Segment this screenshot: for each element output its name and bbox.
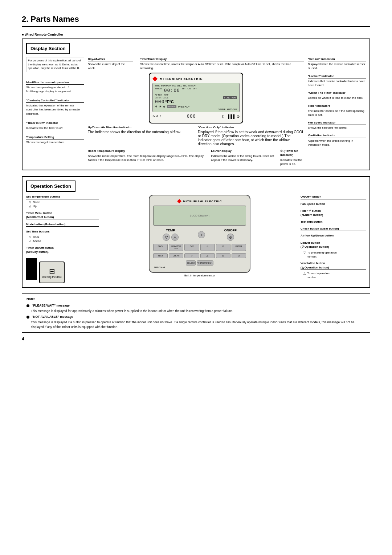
ann-updown-body: The indicator shows the direction of the… <box>88 130 194 134</box>
ann-fan-speed-btn: Fan Speed button <box>301 202 366 206</box>
timer-label: TIMER <box>155 88 162 93</box>
ctrl-btn-day[interactable]: DAY <box>184 244 199 251</box>
rc-left-segment-large: 000 <box>187 114 196 119</box>
rc-header: MITSUBISHI ELECTRIC <box>152 76 240 81</box>
ann-check-button: Check button (Clear button) <box>301 227 366 231</box>
function-btn[interactable]: FUNCTION <box>223 96 237 99</box>
weekly-label: WEEKLY <box>178 105 190 108</box>
sensor-label: Built-in temperature sensor <box>149 274 250 277</box>
annotation-locked: "Locked" indicator Indicates that remote… <box>308 74 366 88</box>
icon-circle: ⊙ <box>237 114 240 118</box>
ann-airflow-title: Airflow Up/Down button <box>301 234 366 238</box>
annotation-timer-off-body: Indicates that the timer is off. <box>26 126 84 130</box>
ann-mode-button: Mode button (Return button) <box>26 222 99 227</box>
day-time: TIME <box>155 85 160 87</box>
ctrl-temp-down[interactable]: ▽ <box>163 234 170 241</box>
rc-timer-row: TIMER 00:00 HR ON OFF <box>155 88 237 93</box>
ctrl-second-buttons: TEST CLEAR ▽ △ ⊞ ⊡ <box>153 253 246 258</box>
note-section: Note: "PLEASE WAIT" message This message… <box>22 293 370 332</box>
ann-fanspeed-title: Fan Speed indicator <box>308 121 366 125</box>
ctrl-btn-airflow-up[interactable]: △ <box>200 253 215 258</box>
day-sun: SUN <box>161 85 166 87</box>
ctrl-onoff-label: ON/OFF <box>224 228 237 232</box>
icon-bars: ▐▐▐ <box>227 114 234 118</box>
bullet-2 <box>26 316 29 319</box>
mode-icon-snowflake: ❄ <box>155 105 158 108</box>
rc-days-row: TIME SUN MON TUE WED THU FRI SAT <box>155 85 237 87</box>
mode-icon-sun: ☀ <box>159 105 162 108</box>
hr-label: HR <box>182 88 185 93</box>
display-center-diagram: Day-of-Week Shows the current day of the… <box>88 57 304 166</box>
ann-timermenu-title: Timer Menu button(Monitor/Set button) <box>26 211 99 219</box>
page-number: 4 <box>22 336 370 341</box>
ann-settime-title: Set Time buttons <box>26 230 99 234</box>
ctrl-btn-operation[interactable]: ▽OPERATION△ <box>197 260 213 266</box>
annotation-room-temp: Room Temperature display Shows the room … <box>88 149 207 166</box>
op-controller: MITSUBISHI ELECTRIC [ LCD Display ] TEMP… <box>149 195 250 273</box>
black-bar-decoration <box>26 258 37 280</box>
ann-onehour-title: "One Hour Only" indicator <box>198 126 304 129</box>
ann-settemp-title: Set Temperature buttons <box>26 195 99 199</box>
rc-main-display-row: ERROR CODE 000 °F°C FUNCTION <box>155 97 237 104</box>
ann-settemp-up: △ Up <box>26 204 99 208</box>
ctrl-btn-filter[interactable]: FILTER <box>232 244 246 251</box>
annotation-cc-title: "Centrally Controlled" indicator <box>26 98 84 103</box>
ann-timer-menu: Timer Menu button(Monitor/Set button) <box>26 211 99 219</box>
brand-label: MITSUBISHI ELECTRIC <box>160 77 203 81</box>
ctrl-btn-monitorset[interactable]: MONITORSET <box>169 244 183 251</box>
ctrl-btn-clear[interactable]: CLEAR <box>169 253 183 258</box>
display-right-annotations: "Sensor" indication Displayed when the r… <box>308 57 366 166</box>
note-2-body: This message is displayed if a button is… <box>26 320 366 329</box>
ann-settemp-down: ▽ Down <box>26 200 99 204</box>
ann-settime-ahead: △ Ahead <box>26 239 99 243</box>
ann-poweron-title: ⊙ (Power On indicator) <box>280 149 304 157</box>
annotation-td-title: Time/Timer Display <box>140 57 304 61</box>
controller-diagram-wrapper: MITSUBISHI ELECTRIC [ LCD Display ] TEMP… <box>149 195 250 283</box>
after-label: AFTER <box>155 94 162 96</box>
opening-door-area: ⊟ Opening the door. <box>26 258 99 283</box>
error-segment: 000 <box>155 99 164 104</box>
ann-settime-back: ▽ Back <box>26 235 99 239</box>
ann-onoff-title: ON/OFF button <box>301 195 366 199</box>
ctrl-btn-louver[interactable]: ⊞ <box>216 253 230 258</box>
ann-onoff-btn: ON/OFF button <box>301 195 366 199</box>
filter-btn: FILTER <box>167 105 176 108</box>
display-section-title: Display Section <box>26 43 70 54</box>
ctrl-temp-group: TEMP. ▽ △ <box>163 228 179 241</box>
annotation-ventilation: Ventilation indicator Appears when the u… <box>308 133 366 147</box>
svg-marker-0 <box>152 76 158 81</box>
op-left-annotations: Set Temperature buttons ▽ Down △ Up Time… <box>26 195 99 283</box>
day-fri: FRI <box>188 85 192 87</box>
ctrl-btn-test[interactable]: TEST <box>153 253 168 258</box>
ctrl-display-placeholder: [ LCD Display ] <box>190 214 209 217</box>
note-title: Note: <box>26 297 366 302</box>
ctrl-temp-up[interactable]: △ <box>171 234 179 241</box>
rc-after-row: AFTER OFF <box>155 94 237 96</box>
ctrl-bottom-row: ⊙CLOCK ▽OPERATION△ <box>153 260 246 266</box>
annotation-current-op-body: Shows the operating mode, etc. * Multila… <box>26 85 84 93</box>
ctrl-btn-airflow-down[interactable]: ▽ <box>184 253 199 258</box>
ctrl-btn-back[interactable]: BACK <box>153 244 168 251</box>
ctrl-onoff-btn[interactable]: ⊙ <box>227 234 234 241</box>
ann-mode-title: Mode button (Return button) <box>26 222 99 227</box>
annotation-cc-body: Indicates that operation of the remote c… <box>26 104 84 116</box>
ann-locked-body: Indicates that remote controller buttons… <box>308 79 366 87</box>
ann-cleanfilter-body: Comes on when it is time to clean the fi… <box>308 96 366 100</box>
annotation-centrally-controlled: "Centrally Controlled" indicator Indicat… <box>26 98 84 116</box>
ann-updown-title: Up/Down Air Direction indicator <box>88 126 194 129</box>
annotation-current-op-title: Identifies the current operation <box>26 80 84 85</box>
ann-louver-body: Indicates the action of the swing louver… <box>211 154 277 162</box>
ann-sensor-body: Displayed when the remote controller sen… <box>308 62 366 70</box>
door-icon: ⊟ <box>42 267 62 276</box>
annotation-td-body: Shows the current time, unless the simpl… <box>140 62 304 70</box>
ctrl-btn-sensor[interactable]: ⊙ <box>216 244 230 251</box>
note-2-label: "NOT AVAILABLE" message <box>32 315 73 319</box>
ctrl-btn-vent[interactable]: ⊡ <box>232 253 246 258</box>
annotation-fan-speed: Fan Speed indicator Shows the selected f… <box>308 121 366 130</box>
ann-vent-btn-title: Ventilation button(△ Operation button) <box>301 261 366 270</box>
simple-label: SIMPLE <box>218 108 225 110</box>
ctrl-circle-btn[interactable]: ○ <box>198 231 205 238</box>
ctrl-main-buttons: BACK MONITORSET DAY ♨ ⊙ FILTER <box>153 244 246 251</box>
ctrl-btn-heat[interactable]: ♨ <box>200 244 215 251</box>
ctrl-btn-clock[interactable]: ⊙CLOCK <box>186 260 196 266</box>
